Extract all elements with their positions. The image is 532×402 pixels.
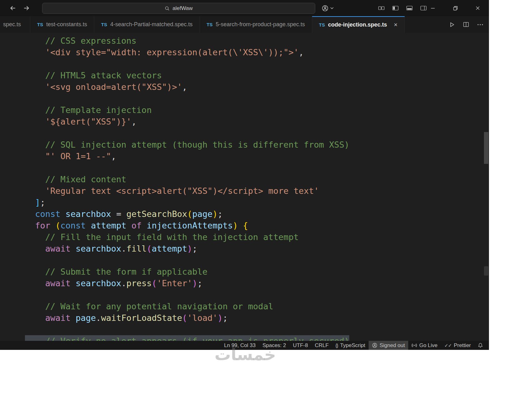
editor-actions [449, 16, 489, 33]
search-value: alefWaw [172, 5, 193, 12]
tab-label: code-injection.spec.ts [328, 22, 387, 28]
customize-layout-icon[interactable] [378, 6, 384, 11]
code-line: await page.waitForLoadState('load'); [25, 312, 489, 324]
code-line [25, 127, 489, 139]
watermark: خمسات [215, 345, 276, 364]
profile-menu[interactable] [322, 0, 334, 16]
tab-label: test-constants.ts [46, 21, 87, 28]
tab-label: 4-search-Partial-matched.spec.ts [110, 21, 192, 28]
restore-icon[interactable] [444, 0, 467, 16]
code-line: // Verify no alert appears (if your app … [25, 335, 489, 341]
status-signed-out[interactable]: Signed out [369, 341, 408, 350]
code-line: // SQL injection attempt (though this is… [25, 139, 489, 150]
split-editor-icon[interactable] [463, 22, 469, 27]
code-line [25, 58, 489, 70]
typescript-file-icon: TS [101, 22, 107, 27]
status-crlf[interactable]: CRLF [311, 341, 332, 350]
tab-code-injection.spec.ts[interactable]: TScode-injection.spec.ts× [312, 16, 405, 33]
code-line: ]; [25, 197, 489, 208]
code-line [25, 289, 489, 301]
code-line: // Mixed content [25, 174, 489, 185]
bell-icon [478, 343, 483, 348]
status-label: Signed out [380, 342, 405, 349]
more-actions-icon[interactable] [477, 23, 483, 26]
editor[interactable]: // CSS expressions '<div style="width: e… [0, 33, 489, 341]
code-line [25, 254, 489, 266]
code-line: for (const attempt of injectionAttempts)… [25, 220, 489, 231]
code-line: '<svg onload=alert("XSS")>', [25, 81, 489, 93]
typescript-file-icon: TS [207, 22, 213, 27]
code-line [25, 324, 489, 335]
code-line: // CSS expressions [25, 35, 489, 47]
code-line: await searchbox.fill(attempt); [25, 243, 489, 254]
editor-tabs: spec.tsTStest-constants.tsTS4-search-Par… [0, 16, 405, 33]
code-line: '${alert("XSS")}', [25, 116, 489, 127]
code-line: // HTML5 attack vectors [25, 70, 489, 81]
status-typescript[interactable]: {}TypeScript [332, 341, 369, 350]
tab-4-search-Partial-matched.spec.ts[interactable]: TS4-search-Partial-matched.spec.ts [94, 16, 200, 33]
code-line: // Fill the input field with the injecti… [25, 231, 489, 243]
code-line: // Template injection [25, 104, 489, 116]
code-line: // Submit the form if applicable [25, 266, 489, 277]
status-prettier[interactable]: ✓✓Prettier [441, 341, 474, 350]
toggle-panel-icon[interactable] [406, 6, 413, 11]
typescript-file-icon: TS [37, 22, 43, 27]
selection-highlight: // Verify no alert appears (if your app … [25, 335, 349, 341]
tab-bar: spec.tsTStest-constants.tsTS4-search-Par… [0, 16, 489, 33]
tab-test-constants.ts[interactable]: TStest-constants.ts [30, 16, 94, 33]
code-line: // Wait for any potential navigation or … [25, 301, 489, 312]
close-icon[interactable] [467, 0, 489, 16]
tab-label: spec.ts [3, 21, 21, 28]
code-area: // CSS expressions '<div style="width: e… [0, 33, 489, 341]
code-line: "' OR 1=1 --", [25, 150, 489, 162]
check-icon: ✓✓ [444, 343, 452, 348]
tab-label: 5-search-from-product-page.spec.ts [216, 21, 305, 28]
command-center-search[interactable]: alefWaw [42, 3, 315, 14]
chevron-down-icon [330, 7, 334, 9]
profile-icon [322, 5, 328, 12]
tab-close-icon[interactable]: × [394, 21, 398, 28]
code-line: const searchbox = getSearchBox(page); [25, 208, 489, 220]
vscode-window: alefWaw [0, 0, 489, 350]
status-label: TypeScript [340, 342, 365, 349]
titlebar: alefWaw [0, 0, 489, 16]
status-label: Prettier [454, 342, 471, 349]
vertical-scrollbar[interactable] [484, 132, 488, 164]
status-utf-8[interactable]: UTF-8 [289, 341, 311, 350]
status-label: Go Live [419, 342, 438, 349]
status-label: CRLF [315, 342, 328, 349]
back-icon[interactable] [9, 5, 16, 12]
minimize-icon[interactable] [422, 0, 444, 16]
history-nav [9, 0, 30, 16]
braces-icon: {} [336, 343, 338, 348]
status-label: UTF-8 [293, 342, 308, 349]
run-icon[interactable] [449, 22, 455, 28]
typescript-file-icon: TS [319, 22, 325, 27]
code-line: await searchbox.press('Enter'); [25, 277, 489, 289]
search-icon [165, 6, 170, 11]
tab-spec.ts[interactable]: spec.ts [0, 16, 30, 33]
status-bell[interactable] [474, 341, 486, 350]
account-icon [372, 343, 377, 348]
tab-5-search-from-product-page.spec.ts[interactable]: TS5-search-from-product-page.spec.ts [200, 16, 312, 33]
status-go-live[interactable]: Go Live [408, 341, 441, 350]
forward-icon[interactable] [23, 5, 30, 12]
code-line: 'Regular text <script>alert("XSS")</scri… [25, 185, 489, 197]
code-line [25, 93, 489, 104]
code-line: '<div style="width: expression(alert(\'X… [25, 47, 489, 58]
scrollbar-decoration [484, 266, 488, 276]
layout-controls [378, 0, 427, 16]
broadcast-icon [412, 343, 417, 348]
code-line [25, 162, 489, 174]
toggle-sidebar-icon[interactable] [392, 6, 399, 11]
window-controls [422, 0, 489, 16]
